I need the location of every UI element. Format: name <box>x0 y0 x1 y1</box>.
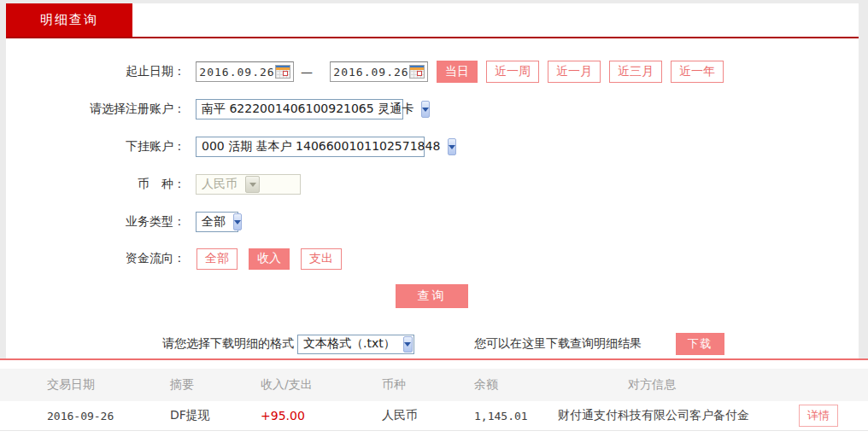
quick-range-year-button[interactable]: 近一年 <box>671 61 724 83</box>
business-type-value: 全部 <box>196 214 232 230</box>
chevron-down-icon[interactable] <box>403 336 413 353</box>
fund-flow-row: 资金流向： 全部 收入 支出 <box>6 247 859 271</box>
sub-account-label: 下挂账户： <box>6 139 185 154</box>
download-format-label: 请您选择下载明细的格式 <box>162 336 294 352</box>
date-range-row: 起止日期： 2016.09.26 — 2016.09.26 当日 近一周 近一月… <box>6 60 859 84</box>
download-button[interactable]: 下载 <box>676 333 724 355</box>
calendar-icon[interactable] <box>275 65 290 79</box>
column-header-date: 交易日期 <box>0 377 145 393</box>
chevron-down-icon[interactable] <box>421 101 430 118</box>
date-from-input[interactable]: 2016.09.26 <box>196 61 294 82</box>
column-header-summary: 摘要 <box>145 377 235 393</box>
column-header-balance: 余额 <box>449 377 555 393</box>
fund-flow-label: 资金流向： <box>6 251 185 266</box>
chevron-down-icon[interactable] <box>448 138 456 155</box>
quick-range-today-button[interactable]: 当日 <box>437 61 478 83</box>
register-account-row: 请选择注册账户： 南平 6222001406100921065 灵通卡 <box>6 97 859 121</box>
date-to-input[interactable]: 2016.09.26 <box>330 61 428 82</box>
calendar-icon[interactable] <box>409 65 425 79</box>
register-account-label: 请选择注册账户： <box>6 102 185 117</box>
business-type-select[interactable]: 全部 <box>196 212 238 232</box>
table-row: 2016-09-26 DF提现 +95.00 人民币 1,145.01 财付通支… <box>0 401 868 431</box>
column-header-counterparty: 对方信息 <box>555 377 795 393</box>
cell-summary: DF提现 <box>145 408 235 423</box>
register-account-select[interactable]: 南平 6222001406100921065 灵通卡 <box>196 99 403 119</box>
quick-range-month-button[interactable]: 近一月 <box>548 61 601 83</box>
date-separator: — <box>301 65 313 79</box>
cell-counterparty: 财付通支付科技有限公司客户备付金 <box>555 408 795 423</box>
tab-bar: 明细查询 <box>6 3 859 37</box>
currency-select: 人民币 <box>196 174 301 195</box>
cell-balance: 1,145.01 <box>449 410 555 422</box>
query-button[interactable]: 查询 <box>396 284 468 308</box>
fund-flow-income-button[interactable]: 收入 <box>249 248 290 270</box>
tab-divider <box>6 37 859 38</box>
tab-detail-query[interactable]: 明细查询 <box>6 3 132 37</box>
detail-button[interactable]: 详情 <box>799 405 838 427</box>
currency-label: 币 种： <box>6 177 185 192</box>
sub-account-row: 下挂账户： 000 活期 基本户 1406600101102571848 <box>6 135 859 159</box>
cell-amount: +95.00 <box>235 409 355 422</box>
chevron-down-icon[interactable] <box>233 213 242 230</box>
quick-range-quarter-button[interactable]: 近三月 <box>609 61 662 83</box>
currency-row: 币 种： 人民币 <box>6 172 859 196</box>
column-header-amount: 收入/支出 <box>235 377 355 393</box>
business-type-label: 业务类型： <box>6 214 185 230</box>
fund-flow-all-button[interactable]: 全部 <box>196 248 238 270</box>
quick-range-week-button[interactable]: 近一周 <box>486 61 539 83</box>
chevron-down-icon <box>245 176 260 193</box>
column-header-currency: 币种 <box>355 377 449 393</box>
cell-currency: 人民币 <box>355 408 449 423</box>
table-header-row: 交易日期 摘要 收入/支出 币种 余额 对方信息 <box>0 369 868 401</box>
business-type-row: 业务类型： 全部 <box>6 210 859 234</box>
download-format-value: 文本格式（.txt） <box>298 336 402 352</box>
register-account-value: 南平 6222001406100921065 灵通卡 <box>196 102 420 117</box>
date-range-label: 起止日期： <box>6 64 185 79</box>
query-panel: 明细查询 起止日期： 2016.09.26 — 2016.09.26 当日 近一… <box>6 3 859 358</box>
results-table: 交易日期 摘要 收入/支出 币种 余额 对方信息 2016-09-26 DF提现… <box>0 358 868 437</box>
cell-date: 2016-09-26 <box>0 410 145 422</box>
sub-account-value: 000 活期 基本户 1406600101102571848 <box>196 139 447 154</box>
fund-flow-expense-button[interactable]: 支出 <box>301 248 342 270</box>
currency-value: 人民币 <box>196 177 244 192</box>
download-hint: 您可以在这里下载查询明细结果 <box>474 336 642 352</box>
sub-account-select[interactable]: 000 活期 基本户 1406600101102571848 <box>196 137 425 157</box>
download-row: 请您选择下载明细的格式 文本格式（.txt） 您可以在这里下载查询明细结果 下载 <box>6 332 859 356</box>
download-format-select[interactable]: 文本格式（.txt） <box>297 335 414 354</box>
